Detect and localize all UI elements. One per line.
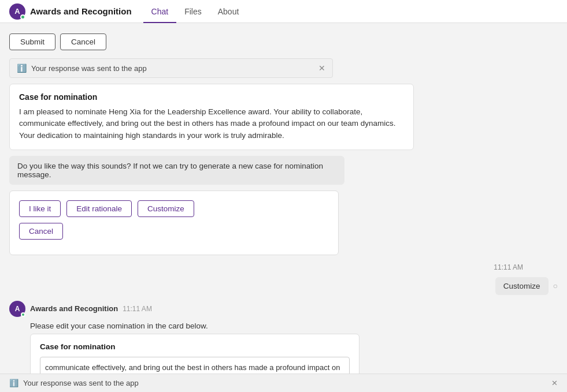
edit-rationale-button[interactable]: Edit rationale: [66, 200, 132, 217]
bot-avatar: A: [9, 301, 25, 317]
nomination-textarea[interactable]: [40, 357, 350, 374]
customize-sent-bubble: Customize: [495, 277, 549, 295]
chat-area: Submit Cancel ℹ️ Your response was sent …: [0, 23, 567, 374]
question-bubble: Do you like the way this sounds? If not …: [9, 156, 344, 185]
tab-chat[interactable]: Chat: [143, 1, 177, 23]
bot-name: Awards and Recognition: [30, 304, 118, 313]
cancel-action-button[interactable]: Cancel: [19, 223, 63, 240]
bot-header: A Awards and Recognition 11:11 AM: [9, 301, 558, 317]
submit-cancel-row: Submit Cancel: [9, 30, 558, 53]
nav-tabs: Chat Files About: [143, 0, 247, 23]
bot-initial: A: [15, 305, 20, 313]
reaction-icon: ○: [553, 281, 558, 290]
info-icon: ℹ️: [17, 64, 27, 73]
nomination-card-title: Case for nomination: [19, 92, 404, 102]
bot-time: 11:11 AM: [123, 305, 152, 313]
app-header: A Awards and Recognition Chat Files Abou…: [0, 0, 567, 23]
nomination-card: Case for nomination I am pleased to nomi…: [9, 84, 414, 150]
top-info-banner: ℹ️ Your response was sent to the app ✕: [9, 58, 333, 78]
customize-button[interactable]: Customize: [138, 200, 194, 217]
nomination-card-body: I am pleased to nominate Heng Xia for th…: [19, 106, 404, 141]
info-banner-text: Your response was sent to the app: [31, 64, 147, 73]
app-title: Awards and Recognition: [30, 6, 132, 16]
action-buttons-card: I like it Edit rationale Customize Cance…: [9, 191, 339, 255]
app-avatar: A: [9, 3, 25, 20]
online-dot: [20, 14, 25, 20]
bot-online-dot: [21, 312, 25, 317]
tab-files[interactable]: Files: [176, 1, 210, 23]
top-submit-button[interactable]: Submit: [9, 33, 55, 50]
action-buttons-row2: Cancel: [19, 223, 329, 240]
i-like-it-button[interactable]: I like it: [19, 200, 61, 217]
top-cancel-button[interactable]: Cancel: [60, 33, 106, 50]
action-buttons-row1: I like it Edit rationale Customize: [19, 200, 329, 217]
bottom-info-banner: ℹ️ Your response was sent to the app ✕: [0, 374, 567, 392]
tab-about[interactable]: About: [210, 1, 247, 23]
bot-message-row: A Awards and Recognition 11:11 AM Please…: [9, 301, 558, 374]
timestamp-right: 11:11 AM: [9, 263, 523, 271]
edit-card: Case for nomination Submit Cancel: [30, 334, 360, 374]
right-message-row: Customize ○: [9, 277, 558, 295]
bottom-banner-close[interactable]: ✕: [551, 379, 558, 387]
bottom-banner-text: Your response was sent to the app: [23, 379, 139, 387]
bot-text: Please edit your case nomination in the …: [30, 322, 558, 330]
info-banner-close[interactable]: ✕: [318, 64, 325, 73]
app-initial: A: [14, 7, 20, 16]
edit-card-title: Case for nomination: [40, 342, 350, 351]
bottom-info-icon: ℹ️: [9, 379, 18, 387]
